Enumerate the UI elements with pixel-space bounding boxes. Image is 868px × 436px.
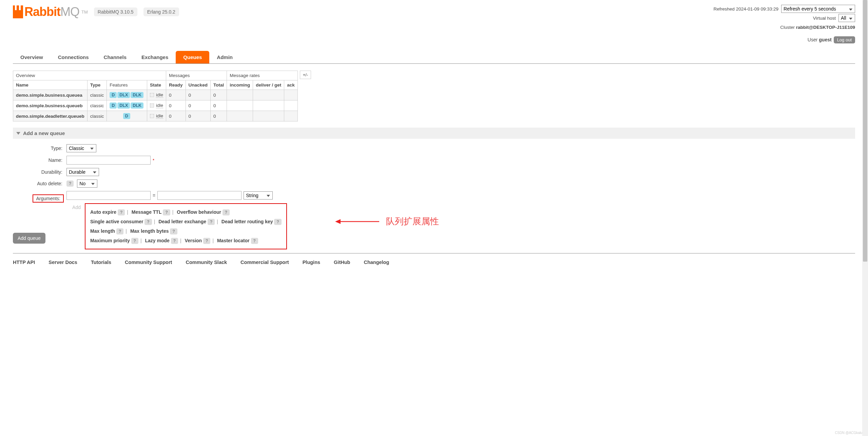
- hint-single-active[interactable]: Single active consumer: [90, 219, 143, 224]
- tab-admin[interactable]: Admin: [209, 51, 240, 63]
- refresh-interval-select[interactable]: Refresh every 5 seconds: [781, 5, 855, 13]
- col-state[interactable]: State: [147, 80, 166, 90]
- logout-button[interactable]: Log out: [834, 36, 855, 43]
- footer-plugins[interactable]: Plugins: [303, 260, 320, 265]
- queue-state: idle: [147, 100, 166, 111]
- hint-dlx-help[interactable]: ?: [208, 219, 215, 225]
- hint-max-length[interactable]: Max length: [90, 228, 115, 234]
- footer-github[interactable]: GitHub: [334, 260, 350, 265]
- logo: RabbitMQ TM: [13, 5, 88, 19]
- queue-name-link[interactable]: demo.simple.deadletter.queueb: [13, 111, 88, 121]
- queue-deliver: [253, 111, 284, 121]
- footer-community-support[interactable]: Community Support: [125, 260, 172, 265]
- hint-lazy-mode[interactable]: Lazy mode: [145, 238, 169, 243]
- argument-hints-box: Auto expire ?| Message TTL ?| Overflow b…: [85, 203, 287, 249]
- footer-commercial-support[interactable]: Commercial Support: [240, 260, 289, 265]
- feature-badge: D: [110, 102, 117, 109]
- hint-max-length-bytes-help[interactable]: ?: [170, 228, 177, 234]
- footer-changelog[interactable]: Changelog: [364, 260, 389, 265]
- hint-master-locator[interactable]: Master locator: [217, 238, 250, 243]
- required-marker: *: [153, 158, 154, 163]
- tab-channels[interactable]: Channels: [96, 51, 134, 63]
- hint-max-priority-help[interactable]: ?: [131, 238, 138, 244]
- hint-message-ttl-help[interactable]: ?: [163, 209, 170, 215]
- columns-toggle-button[interactable]: +/-: [300, 71, 311, 79]
- add-queue-section-header[interactable]: Add a new queue: [13, 128, 855, 139]
- type-select[interactable]: Classic: [66, 144, 96, 152]
- erlang-version-badge: Erlang 25.0.2: [143, 7, 179, 16]
- queue-incoming: [227, 100, 253, 111]
- queue-type: classic: [87, 90, 107, 100]
- tab-connections[interactable]: Connections: [51, 51, 96, 63]
- hint-max-priority[interactable]: Maximum priority: [90, 238, 130, 243]
- chevron-down-icon: [16, 132, 20, 135]
- queue-unacked: 0: [186, 100, 210, 111]
- hint-auto-expire[interactable]: Auto expire: [90, 209, 116, 215]
- table-row: demo.simple.business.queueaclassicDDLXDL…: [13, 90, 298, 100]
- equals-sign: =: [153, 193, 155, 198]
- tab-queues[interactable]: Queues: [176, 51, 209, 63]
- footer-community-slack[interactable]: Community Slack: [186, 260, 227, 265]
- queue-unacked: 0: [186, 111, 210, 121]
- queue-state: idle: [147, 111, 166, 121]
- queue-features: D: [107, 111, 147, 121]
- hint-overflow-help[interactable]: ?: [223, 209, 230, 215]
- hint-lazy-mode-help[interactable]: ?: [171, 238, 178, 244]
- col-features[interactable]: Features: [107, 80, 147, 90]
- hint-dlrk-help[interactable]: ?: [274, 219, 281, 225]
- queue-type: classic: [87, 111, 107, 121]
- add-label-wrap: Add: [13, 203, 81, 210]
- argument-value-input[interactable]: [157, 191, 242, 200]
- col-incoming[interactable]: incoming: [227, 80, 253, 90]
- col-type[interactable]: Type: [87, 80, 107, 90]
- argument-key-input[interactable]: [66, 191, 151, 200]
- hint-version[interactable]: Version: [185, 238, 202, 243]
- hint-auto-expire-help[interactable]: ?: [118, 209, 125, 215]
- scrollbar-thumb[interactable]: [863, 0, 867, 262]
- vhost-select[interactable]: All: [838, 14, 855, 22]
- col-ready[interactable]: Ready: [166, 80, 186, 90]
- hint-max-length-bytes[interactable]: Max length bytes: [130, 228, 169, 234]
- hint-version-help[interactable]: ?: [203, 238, 210, 244]
- add-queue-button[interactable]: Add queue: [13, 233, 45, 244]
- queue-name-link[interactable]: demo.simple.business.queuea: [13, 90, 88, 100]
- footer-tutorials[interactable]: Tutorials: [91, 260, 111, 265]
- footer-server-docs[interactable]: Server Docs: [49, 260, 77, 265]
- hint-message-ttl[interactable]: Message TTL: [132, 209, 162, 215]
- hint-overflow[interactable]: Overflow behaviour: [177, 209, 221, 215]
- refreshed-label: Refreshed 2024-01-09 09:33:29: [714, 5, 778, 13]
- tab-exchanges[interactable]: Exchanges: [134, 51, 176, 63]
- user-label: User guest: [808, 36, 832, 44]
- hint-dlrk[interactable]: Dead letter routing key: [221, 219, 273, 224]
- table-row: demo.simple.deadletter.queuebclassicDidl…: [13, 111, 298, 121]
- col-unacked[interactable]: Unacked: [186, 80, 210, 90]
- state-indicator-icon: [150, 93, 154, 97]
- auto-delete-help-button[interactable]: ?: [66, 181, 74, 187]
- durability-select[interactable]: Durable: [66, 168, 99, 176]
- queue-incoming: [227, 111, 253, 121]
- hint-single-active-help[interactable]: ?: [144, 219, 152, 225]
- queue-name-link[interactable]: demo.simple.business.queueb: [13, 100, 88, 111]
- argument-type-select[interactable]: String: [244, 191, 273, 200]
- queue-ack: [284, 111, 298, 121]
- hint-max-length-help[interactable]: ?: [116, 228, 123, 234]
- tab-overview[interactable]: Overview: [13, 51, 51, 63]
- hint-dlx[interactable]: Dead letter exchange: [158, 219, 206, 224]
- queue-ack: [284, 100, 298, 111]
- cluster-label: Cluster rabbit@DESKTOP-J11E109: [780, 23, 855, 32]
- scrollbar[interactable]: [862, 0, 868, 271]
- col-total[interactable]: Total: [210, 80, 227, 90]
- queue-total: 0: [210, 111, 227, 121]
- auto-delete-select[interactable]: No: [77, 179, 97, 188]
- queue-deliver: [253, 90, 284, 100]
- footer-http-api[interactable]: HTTP API: [13, 260, 35, 265]
- col-name[interactable]: Name: [13, 80, 88, 90]
- name-input[interactable]: [66, 156, 151, 165]
- col-group-messages: Messages: [166, 71, 227, 80]
- queues-table: Overview Messages Message rates Name Typ…: [13, 71, 298, 121]
- rabbitmq-icon: [13, 5, 23, 18]
- col-deliver[interactable]: deliver / get: [253, 80, 284, 90]
- col-ack[interactable]: ack: [284, 80, 298, 90]
- hint-master-locator-help[interactable]: ?: [251, 238, 258, 244]
- logo-text: RabbitMQ: [24, 5, 79, 19]
